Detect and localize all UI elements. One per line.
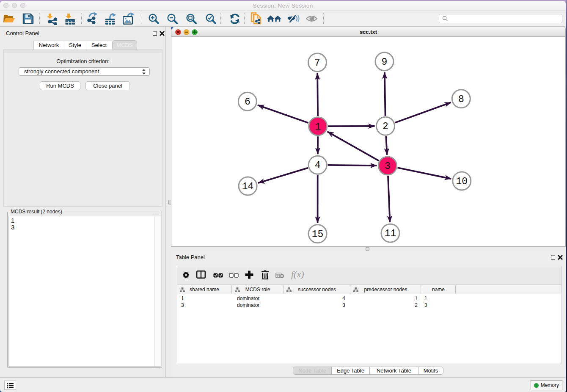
svg-text:6: 6	[245, 97, 250, 108]
svg-text:14: 14	[242, 181, 254, 192]
svg-text:9: 9	[382, 57, 388, 68]
svg-text:4: 4	[315, 160, 321, 171]
svg-text:2: 2	[383, 121, 388, 132]
svg-text:11: 11	[385, 228, 396, 239]
svg-text:8: 8	[458, 94, 464, 105]
svg-text:15: 15	[312, 229, 324, 240]
svg-text:10: 10	[456, 176, 468, 187]
svg-text:7: 7	[314, 58, 320, 69]
svg-text:1: 1	[315, 121, 321, 133]
svg-text:3: 3	[385, 161, 391, 172]
